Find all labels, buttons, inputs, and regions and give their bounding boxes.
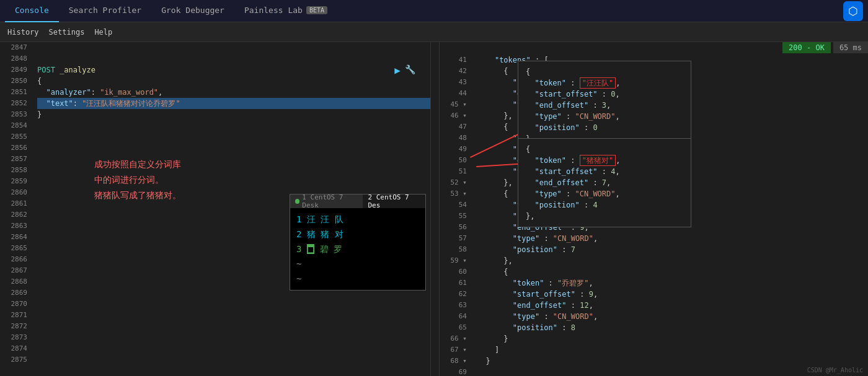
tab-console[interactable]: Console xyxy=(5,0,59,22)
painless-lab-label: Painless Lab xyxy=(244,6,303,15)
code-line-2856 xyxy=(37,142,430,154)
terminal-line-5: ~ xyxy=(296,271,419,286)
top-right-area: ⬡ xyxy=(843,1,863,21)
code-line-2875 xyxy=(37,354,430,365)
help-link[interactable]: Help xyxy=(94,28,112,37)
code-line-2870 xyxy=(37,299,430,310)
search-profiler-label: Search Profiler xyxy=(69,6,141,15)
kibana-icon: ⬡ xyxy=(843,1,863,21)
terminal-line-3: 3 ■ 碧 罗 xyxy=(296,242,419,256)
history-link[interactable]: History xyxy=(7,28,39,37)
sub-navigation: History Settings Help xyxy=(0,22,868,42)
code-line-2847 xyxy=(37,42,430,53)
code-line-2871 xyxy=(37,310,430,321)
watermark: CSDN @Mr_Aholic xyxy=(807,367,863,374)
status-bar: 200 - OK 65 ms xyxy=(782,42,868,53)
beta-badge: BETA xyxy=(306,6,327,14)
code-line-2874 xyxy=(37,343,430,354)
run-button[interactable]: ▶ xyxy=(394,64,401,76)
popup-box-1: { "token" : "汪汪队", "start_offset" : 0, "… xyxy=(518,61,691,150)
scroll-gutter xyxy=(431,42,440,376)
right-panel: 200 - OK 65 ms 41 42 43 44 45 ▾ 46 ▾ 47 … xyxy=(440,42,868,376)
terminal-tab-dot xyxy=(295,199,299,204)
tab-search-profiler[interactable]: Search Profiler xyxy=(59,0,151,22)
terminal-tab-1[interactable]: 1 CentOS 7 Desk xyxy=(290,195,363,208)
code-line-2848 xyxy=(37,53,430,64)
code-line-2858 xyxy=(37,165,430,176)
status-ok-badge: 200 - OK xyxy=(782,42,831,53)
settings-link[interactable]: Settings xyxy=(49,28,85,37)
terminal-body: 1 汪 汪 队 2 猪 猪 对 3 ■ 碧 罗 ~ ~ xyxy=(290,208,425,290)
code-line-2859 xyxy=(37,176,430,187)
top-navigation: Console Search Profiler Grok Debugger Pa… xyxy=(0,0,868,22)
status-ms-badge: 65 ms xyxy=(833,42,868,53)
code-line-2849: POST _analyze xyxy=(37,64,430,76)
line-numbers: 2847 2848 2849 2850 2851 2852 2853 2854 … xyxy=(0,42,32,376)
right-line-numbers: 41 42 43 44 45 ▾ 46 ▾ 47 48 49 50 51 52 … xyxy=(440,42,472,376)
console-tab-label: Console xyxy=(15,6,49,15)
terminal-window: 1 CentOS 7 Desk 2 CentOS 7 Des 1 汪 汪 队 2… xyxy=(290,194,426,291)
main-container: 2847 2848 2849 2850 2851 2852 2853 2854 … xyxy=(0,42,868,376)
terminal-tabs: 1 CentOS 7 Desk 2 CentOS 7 Des xyxy=(290,195,425,208)
code-area[interactable]: POST _analyze { "analyzer": "ik_max_word… xyxy=(32,42,430,376)
code-line-2850: { xyxy=(37,76,430,87)
code-line-2851: "analyzer": "ik_max_word", xyxy=(37,87,430,98)
popup-box-2: { "token" : "猪猪对", "start_offset" : 4, "… xyxy=(518,138,691,227)
code-line-2873 xyxy=(37,332,430,343)
code-line-2857 xyxy=(37,154,430,165)
terminal-line-2: 2 猪 猪 对 xyxy=(296,227,419,242)
grok-debugger-label: Grok Debugger xyxy=(161,6,224,15)
terminal-line-1: 1 汪 汪 队 xyxy=(296,212,419,227)
editor-panel: 2847 2848 2849 2850 2851 2852 2853 2854 … xyxy=(0,42,431,376)
terminal-line-4: ~ xyxy=(296,256,419,271)
code-line-2855 xyxy=(37,131,430,142)
wrench-button[interactable]: 🔧 xyxy=(405,64,415,74)
code-line-2853: } xyxy=(37,109,430,120)
code-line-2854 xyxy=(37,120,430,131)
tab-painless-lab[interactable]: Painless Lab BETA xyxy=(234,0,337,22)
code-line-2852: "text": "汪汪队和猪猪对讨论乔碧罗" xyxy=(37,98,430,109)
terminal-tab-2[interactable]: 2 CentOS 7 Des xyxy=(363,195,425,208)
code-line-2872 xyxy=(37,321,430,332)
tab-grok-debugger[interactable]: Grok Debugger xyxy=(151,0,234,22)
